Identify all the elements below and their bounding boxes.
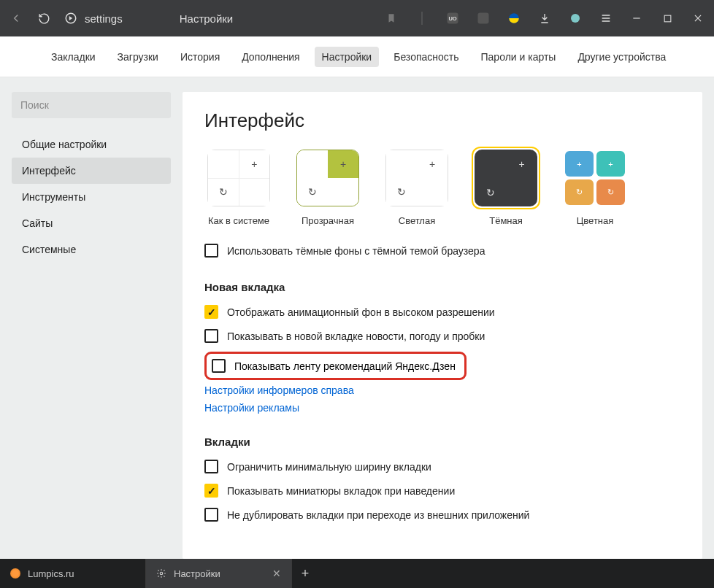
checkbox-icon[interactable]	[204, 460, 218, 473]
nav-bookmarks[interactable]: Закладки	[44, 47, 103, 67]
settings-sidebar: Поиск Общие настройки Интерфейс Инструме…	[12, 92, 171, 559]
checkbox-icon[interactable]	[204, 329, 218, 343]
address-scheme: settings	[85, 12, 123, 25]
nav-history[interactable]: История	[173, 47, 227, 67]
checkbox-label: Ограничить минимальную ширину вкладки	[227, 461, 431, 473]
checkbox-icon[interactable]	[212, 359, 226, 373]
nav-addons[interactable]: Дополнения	[234, 47, 307, 67]
svg-point-6	[571, 14, 580, 23]
back-icon[interactable]	[9, 11, 23, 26]
theme-light[interactable]: +↻ Светлая	[383, 147, 451, 226]
sidebar-item-tools[interactable]: Инструменты	[12, 184, 171, 210]
settings-page-icon	[64, 12, 77, 25]
sidebar-item-interface[interactable]: Интерфейс	[12, 158, 171, 184]
theme-selector: +↻ Как в системе +↻ Прозрачная +↻ Светла…	[204, 147, 680, 226]
checkbox-icon[interactable]	[204, 484, 218, 498]
checkbox-dark-bg[interactable]: Использовать тёмные фоны с тёмной темой …	[204, 242, 680, 259]
search-input[interactable]: Поиск	[12, 92, 171, 118]
theme-label: Тёмная	[489, 215, 523, 226]
theme-label: Светлая	[399, 215, 435, 226]
page-heading: Интерфейс	[204, 109, 680, 132]
ukraine-flag-icon[interactable]	[507, 11, 521, 26]
svg-text:UO: UO	[448, 15, 456, 22]
nav-security[interactable]: Безопасность	[386, 47, 466, 67]
checkbox-no-duplicate[interactable]: Не дублировать вкладки при переходе из в…	[204, 506, 680, 523]
highlighted-checkbox-zen[interactable]: Показывать ленту рекомендаций Яндекс.Дзе…	[204, 352, 467, 380]
checkbox-news-weather[interactable]: Показывать в новой вкладке новости, пого…	[204, 328, 680, 344]
checkbox-icon[interactable]	[204, 508, 218, 522]
lumpics-favicon-icon	[10, 568, 20, 579]
checkbox-icon[interactable]	[204, 305, 218, 319]
section-heading-tabs: Вкладки	[204, 436, 680, 448]
weather-icon[interactable]	[568, 11, 583, 26]
checkbox-thumbnails[interactable]: Показывать миниатюры вкладок при наведен…	[204, 482, 680, 499]
checkbox-min-width[interactable]: Ограничить минимальную ширину вкладки	[204, 458, 680, 475]
content-area: Поиск Общие настройки Интерфейс Инструме…	[0, 77, 714, 559]
theme-transparent[interactable]: +↻ Прозрачная	[293, 147, 362, 226]
close-icon[interactable]	[691, 11, 705, 26]
svg-rect-7	[664, 15, 671, 22]
theme-label: Прозрачная	[302, 215, 354, 226]
tab-close-icon[interactable]: ✕	[272, 568, 281, 579]
theme-label: Как в системе	[208, 215, 269, 226]
checkbox-anim-bg[interactable]: Отображать анимационный фон в высоком ра…	[204, 303, 680, 320]
maximize-icon[interactable]	[660, 11, 675, 26]
checkbox-icon[interactable]	[204, 244, 218, 258]
checkbox-label: Не дублировать вкладки при переходе из в…	[227, 509, 529, 521]
settings-nav-strip: Закладки Загрузки История Дополнения Нас…	[0, 36, 714, 77]
link-informers[interactable]: Настройки информеров справа	[204, 384, 680, 396]
ublock-icon[interactable]: UO	[445, 11, 460, 26]
download-icon[interactable]	[537, 11, 552, 26]
theme-dark[interactable]: +↻ Тёмная	[472, 147, 540, 226]
theme-system[interactable]: +↻ Как в системе	[204, 147, 273, 226]
svg-rect-4	[478, 13, 489, 24]
checkbox-label: Показывать миниатюры вкладок при наведен…	[227, 485, 455, 497]
nav-settings[interactable]: Настройки	[315, 47, 380, 67]
checkbox-label: Показывать в новой вкладке новости, пого…	[227, 330, 485, 342]
theme-label: Цветная	[577, 215, 614, 226]
checkbox-label: Показывать ленту рекомендаций Яндекс.Дзе…	[234, 360, 456, 372]
svg-rect-1	[421, 12, 423, 25]
nav-passwords[interactable]: Пароли и карты	[474, 47, 564, 67]
lastfm-icon[interactable]	[476, 11, 491, 26]
svg-point-8	[160, 572, 163, 575]
bookmark-icon[interactable]	[384, 11, 399, 26]
new-tab-button[interactable]: +	[292, 559, 318, 588]
main-panel: Интерфейс +↻ Как в системе +↻ Прозрачная…	[183, 92, 702, 559]
tab-label: Lumpics.ru	[28, 568, 74, 579]
link-ads[interactable]: Настройки рекламы	[204, 402, 680, 414]
minimize-icon[interactable]	[629, 11, 644, 26]
checkbox-label: Использовать тёмные фоны с тёмной темой …	[227, 245, 485, 257]
sidebar-item-system[interactable]: Системные	[12, 236, 171, 263]
sidebar-item-general[interactable]: Общие настройки	[12, 131, 171, 158]
tab-settings[interactable]: Настройки ✕	[146, 559, 292, 588]
sidebar-item-sites[interactable]: Сайты	[12, 210, 171, 236]
tab-label: Настройки	[174, 568, 220, 579]
gear-icon	[156, 568, 166, 579]
reload-icon[interactable]	[37, 11, 51, 26]
nav-downloads[interactable]: Загрузки	[110, 47, 166, 67]
tab-lumpics[interactable]: Lumpics.ru	[0, 559, 146, 588]
address-bar[interactable]: settings	[64, 12, 123, 25]
browser-toolbar: settings Настройки UO	[0, 0, 714, 36]
nav-devices[interactable]: Другие устройства	[570, 47, 673, 67]
checkbox-label: Отображать анимационный фон в высоком ра…	[227, 306, 495, 318]
menu-icon[interactable]	[599, 11, 613, 26]
theme-color[interactable]: ++↻↻ Цветная	[561, 147, 629, 226]
toolbar-page-title: Настройки	[180, 12, 234, 25]
separator-icon	[415, 11, 429, 26]
section-heading-newtab: Новая вкладка	[204, 281, 680, 293]
browser-tab-bar: Lumpics.ru Настройки ✕ +	[0, 559, 714, 588]
